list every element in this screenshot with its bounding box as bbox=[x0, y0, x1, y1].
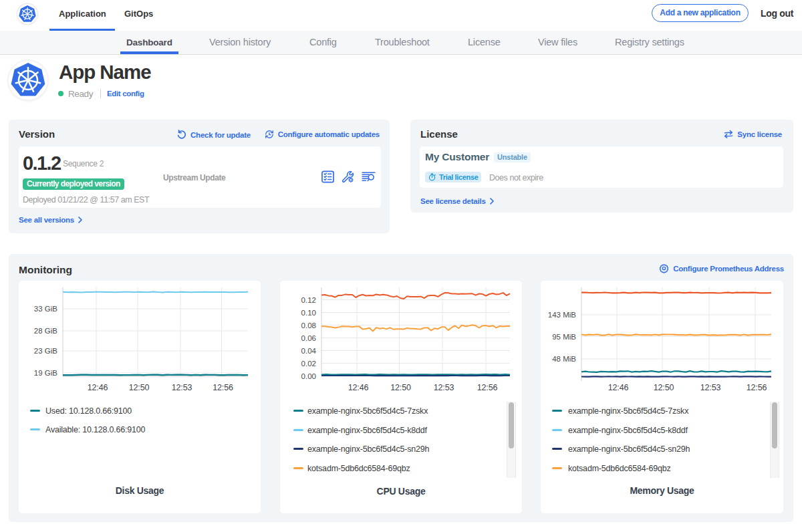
svg-text:12:46: 12:46 bbox=[608, 383, 629, 392]
svg-text:0.00: 0.00 bbox=[301, 372, 316, 380]
svg-text:12:50: 12:50 bbox=[129, 383, 150, 392]
svg-text:0.06: 0.06 bbox=[301, 334, 316, 342]
svg-text:12:56: 12:56 bbox=[477, 383, 498, 392]
svg-text:12:56: 12:56 bbox=[213, 383, 233, 392]
svg-text:0.02: 0.02 bbox=[301, 360, 316, 368]
svg-text:0.08: 0.08 bbox=[301, 321, 316, 329]
svg-text:12:56: 12:56 bbox=[747, 383, 767, 392]
svg-text:23 GiB: 23 GiB bbox=[34, 347, 57, 355]
svg-text:19 GiB: 19 GiB bbox=[34, 369, 57, 377]
svg-text:12:53: 12:53 bbox=[700, 383, 721, 392]
svg-text:143 MiB: 143 MiB bbox=[548, 311, 577, 319]
svg-text:12:53: 12:53 bbox=[172, 383, 192, 392]
svg-text:12:50: 12:50 bbox=[654, 383, 674, 392]
svg-text:0.04: 0.04 bbox=[301, 347, 317, 355]
svg-text:12:53: 12:53 bbox=[434, 383, 454, 392]
svg-text:33 GiB: 33 GiB bbox=[34, 305, 57, 313]
svg-text:48 MiB: 48 MiB bbox=[552, 355, 576, 363]
svg-text:0.10: 0.10 bbox=[301, 309, 316, 317]
svg-text:12:50: 12:50 bbox=[390, 383, 411, 392]
svg-text:0.12: 0.12 bbox=[301, 296, 316, 304]
svg-text:28 GiB: 28 GiB bbox=[34, 327, 57, 335]
svg-text:12:46: 12:46 bbox=[348, 383, 369, 392]
svg-text:12:46: 12:46 bbox=[88, 383, 108, 392]
svg-text:95 MiB: 95 MiB bbox=[552, 333, 576, 341]
